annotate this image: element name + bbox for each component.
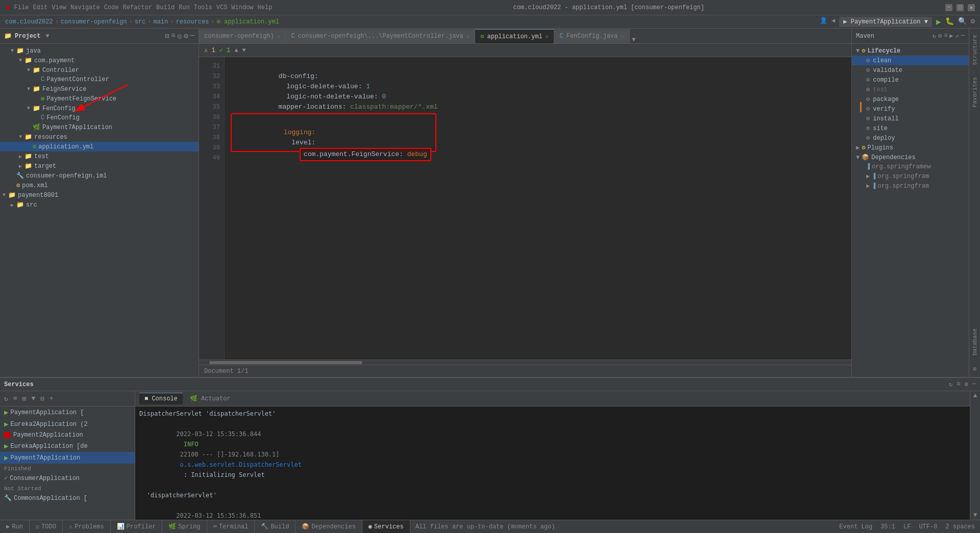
status-tab-spring[interactable]: 🌿 Spring (162, 520, 207, 533)
status-tab-run[interactable]: ▶ Run (0, 520, 30, 533)
maven-dependencies-header[interactable]: ▼ 📦 Dependencies (852, 153, 969, 162)
service-item-payment2[interactable]: Payment2Application (0, 430, 135, 440)
scroll-down-icon[interactable]: ▼ (973, 512, 977, 519)
tree-item-payment8001[interactable]: ▼ 📁 payment8001 (0, 190, 199, 200)
tree-item-pom[interactable]: ▶ ⚙ pom.xml (0, 181, 199, 190)
tab-fen-config[interactable]: C FenConfig.java ✕ (554, 29, 630, 43)
status-tab-services[interactable]: ◉ Services (362, 520, 410, 533)
refresh-services-icon[interactable]: ↻ (949, 380, 952, 388)
run-button[interactable]: ▶ (936, 17, 941, 27)
service-item-consumer[interactable]: ✓ ConsumerApplication (0, 473, 135, 484)
scroll-up-icon[interactable]: ▲ (973, 392, 977, 399)
add-service-icon[interactable]: + (47, 394, 56, 403)
code-content[interactable]: db-config: logic-delete-value: 1 logic-n… (225, 57, 851, 360)
maven-phase-install[interactable]: ⚙ install (852, 114, 969, 123)
menu-refactor[interactable]: Refactor (122, 4, 152, 11)
maven-dep-3[interactable]: ▶ ▐ org.springfram (852, 181, 969, 191)
close-sidebar-icon[interactable]: ─ (190, 32, 194, 40)
maven-lifecycle-header[interactable]: ▼ ⚙ Lifecycle (852, 46, 969, 56)
filter2-icon[interactable]: ⊟ (38, 394, 46, 404)
tree-item-target[interactable]: ▶ 📁 target (0, 161, 199, 171)
close-button[interactable]: ✕ (968, 4, 975, 11)
breadcrumb-item-2[interactable]: consumer-openfeign (61, 18, 127, 26)
code-editor[interactable]: 31 32 33 34 35 36 37 38 39 40 db-config:… (199, 57, 851, 360)
tab-close-icon[interactable]: ✕ (546, 33, 549, 40)
tab-payment-controller[interactable]: C consumer-openfeigh\...\PaymentControll… (286, 29, 475, 43)
tree-item-payment-feign-service[interactable]: ▶ ⚙ PaymentFeignService (0, 94, 199, 104)
run-config-selector[interactable]: ▶ Payment7Application ▼ (839, 17, 932, 27)
maven-phase-test[interactable]: ⚙ test (852, 85, 969, 94)
sidebar-dropdown-icon[interactable]: ▼ (45, 33, 49, 40)
actuator-tab[interactable]: 🌿 Actuator (185, 393, 236, 404)
menu-tools[interactable]: Tools (194, 4, 212, 11)
collapse-all-icon[interactable]: ⊟ (165, 32, 169, 40)
tree-item-payment7-app[interactable]: ▶ 🌿 Payment7Application (0, 122, 199, 132)
tree-item-src[interactable]: ▶ 📁 src (0, 200, 199, 210)
maven-phase-verify[interactable]: ⚙ verify (852, 104, 969, 114)
maven-refresh-icon[interactable]: ↻ (933, 32, 936, 40)
service-item-payment7[interactable]: ▶ Payment7Application (0, 452, 135, 464)
maven-plugins-header[interactable]: ▶ ⚙ Plugins (852, 143, 969, 153)
service-item-eureka2[interactable]: ▶ Eureka2Application (2 (0, 418, 135, 430)
maven-dep-1[interactable]: ▐ org.springframew (852, 162, 969, 171)
maven-phase-package[interactable]: ⚙ package (852, 94, 969, 104)
service-item-payment-app[interactable]: ▶ PaymentApplication [ (0, 407, 135, 418)
tab-close-icon[interactable]: ✕ (621, 33, 624, 40)
maven-phase-clean[interactable]: ⚙ clean (852, 56, 969, 65)
tree-item-payment-controller[interactable]: ▶ C PaymentController (0, 75, 199, 84)
breadcrumb-item-3[interactable]: src (135, 18, 146, 26)
menu-view[interactable]: View (52, 4, 66, 11)
console-area[interactable]: DispatcherServlet 'dispatcherServlet' 20… (135, 407, 970, 520)
menu-navigate[interactable]: Navigate (70, 4, 100, 11)
run-all-icon[interactable]: ↻ (2, 394, 10, 404)
avatar-icon[interactable]: 👤 (820, 17, 827, 27)
tree-item-fen-config[interactable]: ▶ C FenConfig (0, 113, 199, 122)
tab-close-icon[interactable]: ✕ (467, 33, 470, 40)
back-nav-icon[interactable]: ◀ (831, 17, 835, 27)
status-tab-problems[interactable]: ⚠ Problems (63, 520, 111, 533)
tree-item-java[interactable]: ▼ 📁 java (0, 46, 199, 56)
menu-code[interactable]: Code (104, 4, 119, 11)
expand-icon[interactable]: ≡ (171, 32, 175, 40)
maven-phase-validate[interactable]: ⚙ validate (852, 65, 969, 75)
search-button[interactable]: 🔍 (958, 17, 967, 27)
service-item-eureka[interactable]: ▶ EurekaApplication [de (0, 440, 135, 452)
console-tab[interactable]: ■ Console (139, 393, 183, 404)
maven-settings-icon[interactable]: ≡ (944, 32, 947, 40)
nav-up-icon[interactable]: ▲ (234, 47, 238, 54)
tree-item-iml[interactable]: ▶ 🔧 consumer-openfeign.iml (0, 171, 199, 181)
side-tab-favorites[interactable]: Favorites (970, 71, 980, 113)
scrollbar-thumb[interactable] (209, 361, 362, 364)
breadcrumb-item-4[interactable]: main (153, 18, 168, 26)
tab-consumer-openfeigh[interactable]: consumer-openfeigh) ✕ (199, 29, 286, 43)
maven-close-icon[interactable]: ─ (961, 32, 965, 40)
menu-run[interactable]: Run (179, 4, 190, 11)
more-tabs-icon[interactable]: ▼ (632, 36, 635, 43)
tree-item-feign-service[interactable]: ▼ 📁 FeignService (0, 84, 199, 94)
settings-button[interactable]: ⚙ (971, 17, 975, 27)
tree-item-controller[interactable]: ▼ 📁 Controller (0, 65, 199, 75)
locate-icon[interactable]: ◎ (178, 32, 182, 40)
debug-button[interactable]: 🐛 (945, 17, 954, 27)
tree-item-fen-config-folder[interactable]: ▼ 📁 FenConfig (0, 104, 199, 113)
side-tab-structure[interactable]: Structure (970, 29, 980, 71)
service-item-commons[interactable]: 🔧 CommonsApplication [ (0, 493, 135, 503)
close-services-icon[interactable]: ─ (972, 380, 976, 388)
status-tab-profiler[interactable]: 📊 Profiler (111, 520, 163, 533)
group-icon[interactable]: ⊞ (20, 394, 29, 404)
menu-file[interactable]: File (14, 4, 29, 11)
filter-icon[interactable]: ▼ (29, 394, 37, 403)
tab-application-yml[interactable]: ⚙ application.yml ✕ (475, 29, 554, 43)
collapse-all-icon[interactable]: ≡ (11, 394, 19, 403)
breadcrumb-item-6[interactable]: ⚙ application.yml (217, 18, 279, 26)
maven-run-icon[interactable]: ▶ (949, 32, 953, 40)
settings-icon[interactable]: ⚙ (184, 32, 188, 40)
maven-dep-2[interactable]: ▶ ▐ org.springfram (852, 171, 969, 181)
breadcrumb-item-1[interactable]: com.cloud2022 (5, 18, 53, 26)
menu-vcs[interactable]: VCS (216, 4, 228, 11)
menu-edit[interactable]: Edit (33, 4, 47, 11)
status-tab-terminal[interactable]: ⌨ Terminal (207, 520, 255, 533)
nav-down-icon[interactable]: ▼ (242, 47, 246, 54)
tree-item-resources[interactable]: ▼ 📁 resources (0, 132, 199, 142)
maven-phase-compile[interactable]: ⚙ compile (852, 75, 969, 85)
